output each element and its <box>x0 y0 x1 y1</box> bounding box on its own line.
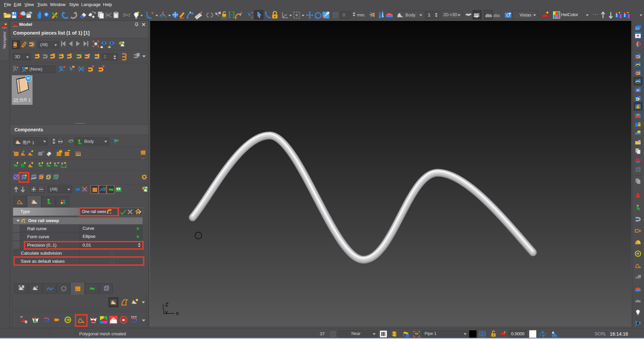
svg-text:1: 1 <box>23 220 25 223</box>
svg-text:S+S: S+S <box>123 12 130 17</box>
svg-text:$: $ <box>504 331 505 334</box>
svg-text:x2: x2 <box>42 150 44 153</box>
